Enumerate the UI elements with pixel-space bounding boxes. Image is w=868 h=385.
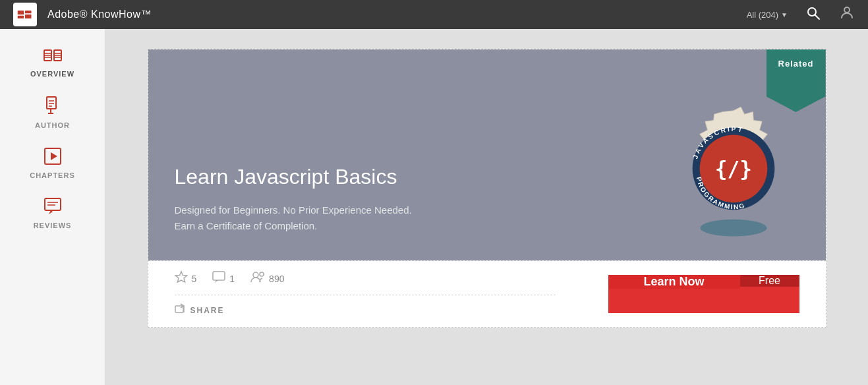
svg-rect-2 — [25, 11, 32, 13]
course-card: Related Learn Javascript Basics Designed… — [148, 49, 826, 328]
course-info: Learn Javascript Basics Designed for Beg… — [148, 138, 641, 260]
svg-point-6 — [844, 7, 850, 13]
top-navigation: Adobe® KnowHow™ All (204) ▼ — [0, 0, 868, 29]
author-icon — [45, 96, 60, 119]
course-desc-line1: Designed for Beginners. No Prior Experie… — [175, 202, 615, 218]
footer-left: 5 1 — [175, 261, 556, 327]
share-button[interactable]: SHARE — [175, 295, 556, 318]
learn-now-button[interactable]: Learn Now Free — [608, 275, 799, 313]
course-footer: 5 1 — [148, 260, 826, 327]
user-menu[interactable] — [839, 5, 855, 24]
cta-section: Learn Now Free — [556, 261, 799, 327]
users-stat: 890 — [250, 271, 284, 286]
svg-marker-22 — [51, 152, 57, 160]
reviews-icon — [44, 198, 61, 219]
sidebar-item-overview[interactable]: OVERVIEW — [0, 42, 105, 84]
course-desc-line2: Earn a Certificate of Completion. — [175, 218, 615, 234]
comment-icon — [212, 271, 225, 286]
svg-point-37 — [253, 272, 258, 278]
play-icon — [44, 148, 61, 169]
svg-rect-1 — [18, 16, 24, 18]
svg-marker-34 — [175, 272, 187, 282]
logo[interactable] — [13, 3, 37, 26]
svg-rect-3 — [25, 15, 32, 18]
svg-rect-35 — [213, 272, 225, 280]
users-icon — [250, 271, 265, 286]
sidebar: OVERVIEW AUTHOR — [0, 29, 105, 385]
book-icon — [43, 49, 62, 67]
sidebar-item-author[interactable]: AUTHOR — [0, 90, 105, 136]
badge-svg: JAVASCRIPT PROGRAMMING {/} — [661, 102, 806, 247]
course-header: Learn Javascript Basics Designed for Beg… — [148, 49, 826, 260]
filter-label: All (204) — [747, 10, 778, 20]
share-icon — [175, 303, 187, 318]
main-content: OVERVIEW AUTHOR — [0, 29, 868, 385]
sidebar-reviews-label: REVIEWS — [34, 222, 72, 229]
sidebar-chapters-label: CHAPTERS — [30, 171, 75, 179]
course-badge: JAVASCRIPT PROGRAMMING {/} — [641, 89, 826, 260]
sidebar-author-label: AUTHOR — [35, 121, 70, 129]
star-icon — [175, 270, 188, 287]
rating-stat: 5 — [175, 270, 197, 287]
svg-rect-15 — [47, 97, 56, 109]
content-panel: Related Learn Javascript Basics Designed… — [105, 29, 868, 385]
sidebar-item-chapters[interactable]: CHAPTERS — [0, 141, 105, 186]
comments-value: 1 — [229, 274, 235, 284]
learn-btn-price: Free — [740, 275, 799, 287]
course-title: Learn Javascript Basics — [175, 165, 615, 189]
chevron-down-icon: ▼ — [781, 11, 788, 18]
search-button[interactable] — [806, 6, 821, 24]
brand-name: Adobe® KnowHow™ — [47, 9, 152, 20]
svg-rect-0 — [18, 11, 24, 15]
users-value: 890 — [269, 274, 284, 284]
sidebar-overview-label: OVERVIEW — [30, 70, 74, 78]
svg-line-5 — [815, 15, 820, 19]
related-label: Related — [778, 59, 814, 69]
svg-point-38 — [260, 272, 264, 276]
filter-dropdown[interactable]: All (204) ▼ — [747, 10, 788, 20]
comments-stat: 1 — [212, 271, 235, 286]
stats-row: 5 1 — [175, 270, 556, 295]
svg-point-28 — [700, 220, 767, 237]
svg-rect-23 — [45, 198, 61, 210]
sidebar-item-reviews[interactable]: REVIEWS — [0, 191, 105, 236]
rating-value: 5 — [192, 274, 197, 284]
svg-text:{/}: {/} — [714, 157, 751, 181]
share-label: SHARE — [190, 306, 225, 315]
learn-btn-label: Learn Now — [608, 275, 740, 289]
